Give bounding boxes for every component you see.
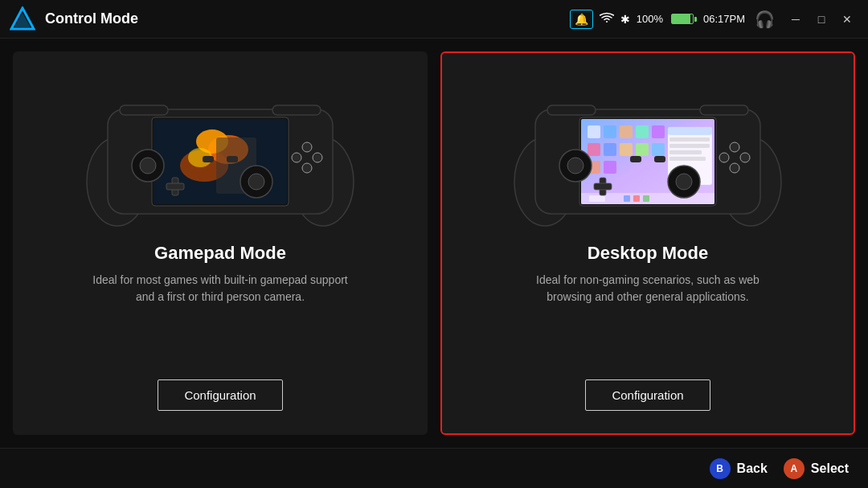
svg-point-13 [140,158,156,174]
gamepad-mode-desc: Ideal for most games with built-in gamep… [92,272,349,360]
svg-rect-37 [604,125,616,138]
battery-percentage: 100% [637,13,663,25]
notification-icon[interactable]: 🔔 [570,10,593,29]
desktop-mode-card[interactable]: Desktop Mode Ideal for non-gaming scenar… [440,51,855,435]
select-action[interactable]: A Select [784,458,849,479]
svg-rect-22 [120,105,168,115]
svg-rect-50 [669,137,710,141]
svg-point-63 [740,153,750,162]
svg-point-62 [730,163,739,173]
svg-rect-35 [643,195,649,202]
svg-rect-17 [166,183,184,190]
svg-rect-66 [630,156,641,162]
svg-rect-24 [203,156,214,162]
svg-point-60 [719,153,729,162]
bluetooth-icon: ✱ [620,13,630,26]
svg-rect-32 [589,195,605,202]
back-action[interactable]: B Back [710,458,768,479]
svg-rect-23 [272,105,321,115]
minimize-button[interactable]: ─ [784,8,807,31]
main-content: Gamepad Mode Ideal for most games with b… [0,39,868,448]
svg-rect-42 [604,143,616,156]
svg-point-15 [248,174,264,190]
svg-point-57 [676,174,692,190]
svg-rect-41 [588,143,600,156]
svg-rect-49 [668,127,712,135]
close-button[interactable]: ✕ [836,8,858,31]
bottom-bar: B Back A Select [0,448,868,488]
back-badge-label: B [716,463,723,474]
svg-point-21 [313,153,322,162]
profile-icon[interactable]: 🎧 [755,10,775,29]
svg-rect-67 [654,156,665,162]
svg-rect-53 [669,157,706,161]
gamepad-config-button[interactable]: Configuration [158,379,282,411]
system-time: 06:17PM [703,13,745,25]
svg-point-18 [292,153,301,162]
maximize-button[interactable]: □ [810,8,833,31]
gamepad-mode-title: Gamepad Mode [154,243,286,264]
svg-rect-40 [652,125,665,138]
svg-rect-52 [669,150,702,154]
window-title: Control Mode [45,10,570,27]
desktop-mode-desc: Ideal for non-gaming scenarios, such as … [519,272,776,360]
svg-rect-38 [620,125,633,138]
desktop-device-image [511,69,784,230]
back-label: Back [737,461,768,476]
svg-rect-25 [227,156,238,162]
select-badge-label: A [791,463,798,474]
svg-point-55 [567,158,583,174]
back-badge: B [710,458,731,479]
svg-point-61 [730,142,739,152]
status-bar: 🔔 ✱ 100% 06:17PM 🎧 [570,10,775,29]
battery-bar [671,14,694,24]
svg-rect-51 [669,144,710,148]
svg-point-19 [302,142,312,152]
svg-rect-44 [636,143,649,156]
titlebar: Control Mode 🔔 ✱ 100% 06:17PM 🎧 ─ □ ✕ [0,0,868,39]
app-logo [10,6,35,32]
select-badge: A [784,458,805,479]
gamepad-mode-card[interactable]: Gamepad Mode Ideal for most games with b… [13,51,428,435]
select-label: Select [811,461,849,476]
svg-rect-39 [636,125,649,138]
svg-rect-33 [624,195,630,202]
svg-rect-59 [594,183,612,190]
wifi-icon [600,12,614,26]
svg-point-20 [302,163,312,173]
svg-rect-36 [588,125,600,138]
desktop-mode-title: Desktop Mode [588,243,708,264]
svg-rect-65 [700,105,748,115]
svg-rect-45 [652,143,665,156]
window-controls: ─ □ ✕ [784,8,858,31]
svg-rect-47 [604,161,616,174]
svg-rect-34 [633,195,640,202]
svg-rect-43 [620,143,633,156]
desktop-config-button[interactable]: Configuration [585,379,710,411]
svg-rect-64 [547,105,596,115]
gamepad-device-image [84,69,357,230]
